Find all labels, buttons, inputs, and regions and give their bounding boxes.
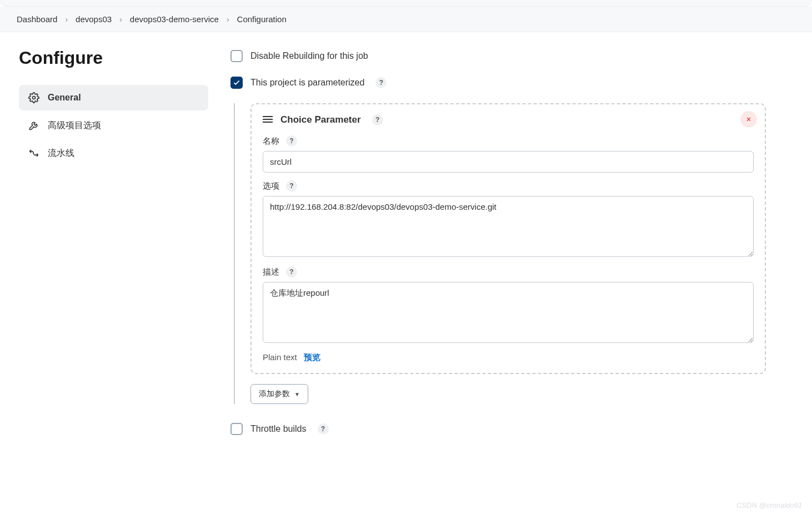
sidebar-item-label: 流水线 [48, 148, 74, 159]
side-nav: General 高级项目选项 流水线 [19, 85, 208, 166]
drag-handle-icon[interactable] [263, 115, 273, 125]
main-layout: Configure General 高级项目选项 流水线 [0, 32, 812, 472]
chevron-right-icon: › [227, 15, 229, 24]
sidebar-item-pipeline[interactable]: 流水线 [19, 140, 208, 166]
preview-row: Plain text 预览 [263, 352, 754, 363]
description-textarea[interactable]: 仓库地址repourl [263, 282, 754, 343]
pipeline-icon [28, 147, 40, 159]
help-icon[interactable]: ? [318, 423, 329, 435]
description-label-text: 描述 [263, 267, 279, 277]
sidebar-item-label: General [48, 93, 81, 103]
parameterized-checkbox[interactable] [230, 77, 243, 89]
help-icon[interactable]: ? [372, 114, 383, 125]
options-label-text: 选项 [263, 181, 279, 191]
name-label: 名称 ? [263, 135, 754, 147]
name-label-text: 名称 [263, 136, 279, 147]
throttle-label: Throttle builds [250, 424, 307, 434]
breadcrumb-item-dashboard[interactable]: Dashboard [17, 14, 57, 24]
throttle-row: Throttle builds ? [230, 423, 766, 435]
help-icon[interactable]: ? [375, 77, 387, 88]
parameter-type-title: Choice Parameter [280, 114, 361, 125]
add-parameter-label: 添加参数 [259, 389, 290, 399]
caret-down-icon: ▼ [294, 391, 300, 397]
disable-rebuilding-row: Disable Rebuilding for this job [230, 50, 766, 62]
sidebar-item-general[interactable]: General [19, 85, 208, 110]
options-textarea[interactable]: http://192.168.204.8:82/devops03/devops0… [263, 196, 754, 257]
help-icon[interactable]: ? [286, 135, 297, 147]
throttle-checkbox[interactable] [230, 423, 243, 435]
disable-rebuilding-checkbox[interactable] [230, 50, 243, 62]
chevron-right-icon: › [65, 15, 68, 24]
disable-rebuilding-label: Disable Rebuilding for this job [250, 51, 368, 61]
breadcrumb-item-job[interactable]: devops03-demo-service [130, 14, 219, 24]
breadcrumb: Dashboard › devops03 › devops03-demo-ser… [0, 7, 812, 32]
choice-parameter-card: Choice Parameter ? 名称 ? 选项 ? http://192.… [250, 103, 766, 374]
description-label: 描述 ? [263, 266, 754, 277]
options-label: 选项 ? [263, 180, 754, 191]
chevron-right-icon: › [119, 15, 122, 24]
content: Disable Rebuilding for this job This pro… [219, 32, 786, 472]
add-parameter-button[interactable]: 添加参数 ▼ [250, 384, 308, 404]
sidebar-item-advanced[interactable]: 高级项目选项 [19, 113, 208, 138]
breadcrumb-item-folder[interactable]: devops03 [76, 14, 112, 24]
plain-text-label: Plain text [263, 352, 297, 362]
parameterized-label: This project is parameterized [250, 78, 364, 88]
remove-parameter-button[interactable] [740, 111, 757, 128]
top-bar [0, 0, 812, 7]
sidebar-item-label: 高级项目选项 [48, 120, 101, 132]
parameterized-row: This project is parameterized ? [230, 77, 766, 89]
name-input[interactable] [263, 151, 754, 173]
breadcrumb-item-configuration[interactable]: Configuration [237, 14, 287, 24]
card-header: Choice Parameter ? [263, 114, 754, 125]
wrench-icon [28, 119, 40, 132]
svg-point-0 [33, 97, 36, 99]
help-icon[interactable]: ? [286, 180, 297, 191]
sidebar: Configure General 高级项目选项 流水线 [0, 32, 219, 472]
parameters-section: Choice Parameter ? 名称 ? 选项 ? http://192.… [234, 103, 766, 404]
help-icon[interactable]: ? [286, 266, 297, 277]
page-title: Configure [19, 48, 208, 68]
gear-icon [28, 92, 40, 104]
preview-link[interactable]: 预览 [304, 352, 320, 362]
